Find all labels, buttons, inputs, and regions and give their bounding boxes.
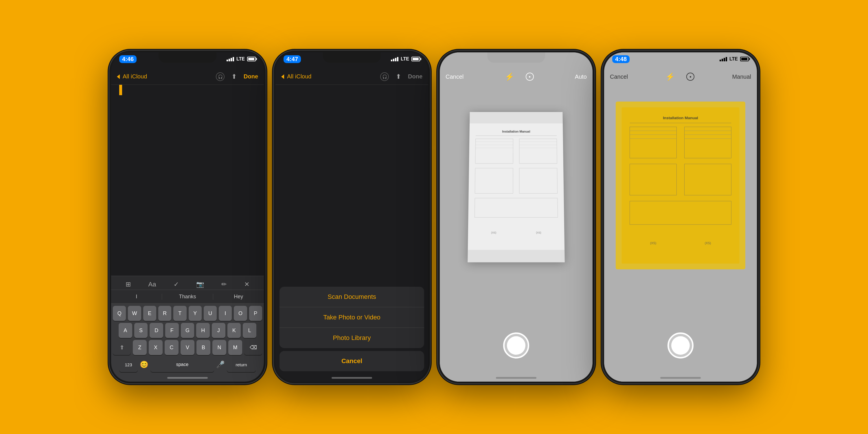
key-a[interactable]: A — [119, 323, 132, 338]
phone-1-inner: 4:46 LTE — [111, 52, 264, 382]
nav-icons-2: 🎧 ⬆ Done — [380, 72, 423, 81]
cancel-button-3[interactable]: Cancel — [445, 73, 464, 80]
home-indicator-4 — [660, 377, 701, 379]
network-type-2: LTE — [401, 56, 409, 62]
svg-text:(XS): (XS) — [705, 241, 711, 245]
phone-4-inner: 4:48 LTE — [604, 52, 757, 382]
key-k[interactable]: K — [227, 323, 241, 338]
key-j[interactable]: J — [212, 323, 225, 338]
signal-icon-4 — [720, 57, 727, 61]
phone-3: Installation Manual — [438, 51, 594, 383]
phone-3-screen: Installation Manual — [440, 52, 593, 382]
done-button-1[interactable]: Done — [244, 73, 258, 80]
space-key[interactable]: space — [151, 357, 214, 372]
battery-icon-2 — [411, 57, 420, 61]
phones-container: 4:46 LTE — [92, 33, 776, 401]
home-indicator-3 — [496, 377, 536, 379]
notch-2 — [323, 52, 381, 63]
flash-mode-icon[interactable]: ● — [526, 73, 534, 81]
cancel-action[interactable]: Cancel — [279, 351, 424, 371]
pred-item-2[interactable]: Thanks — [162, 294, 213, 300]
take-photo-action[interactable]: Take Photo or Video — [279, 307, 424, 328]
key-row-4: 123 😊 space 🎤 return — [113, 357, 262, 372]
checklist-icon[interactable]: ✓ — [174, 281, 179, 288]
photo-library-action[interactable]: Photo Library — [279, 328, 424, 348]
notes-nav-2: All iCloud 🎧 ⬆ Done — [275, 69, 428, 85]
cancel-button-4[interactable]: Cancel — [610, 73, 628, 80]
key-f[interactable]: F — [165, 323, 179, 338]
key-u[interactable]: U — [204, 306, 217, 321]
flash-icon-4[interactable]: ⚡ — [665, 72, 675, 81]
pred-item-1[interactable]: I — [111, 294, 162, 300]
key-h[interactable]: H — [196, 323, 210, 338]
key-r[interactable]: R — [158, 306, 171, 321]
camera-nav-4: Cancel ⚡ ● Manual — [604, 69, 757, 85]
key-v[interactable]: V — [181, 340, 194, 355]
key-g[interactable]: G — [181, 323, 194, 338]
shutter-button-4[interactable] — [668, 333, 693, 359]
share-icon-2[interactable]: ⬆ — [396, 73, 401, 81]
phone-3-inner: Installation Manual — [440, 52, 593, 382]
phone-2: 4:47 LTE — [274, 51, 430, 383]
back-button-1[interactable]: All iCloud — [117, 73, 147, 80]
key-d[interactable]: D — [150, 323, 163, 338]
camera-icon[interactable]: 📷 — [196, 281, 204, 288]
manual-mode-label[interactable]: Manual — [732, 73, 751, 80]
key-i[interactable]: I — [219, 306, 232, 321]
flash-icon-3[interactable]: ⚡ — [505, 72, 514, 81]
network-type-4: LTE — [730, 56, 738, 62]
key-n[interactable]: N — [212, 340, 226, 355]
key-row-3: ⇧ Z X C V B N M ⌫ — [113, 340, 262, 355]
camera-nav-3: Cancel ⚡ ● Auto — [440, 69, 593, 85]
table-icon[interactable]: ⊞ — [126, 281, 131, 288]
format-icon[interactable]: Aa — [148, 281, 156, 288]
key-z[interactable]: Z — [133, 340, 147, 355]
back-button-2[interactable]: All iCloud — [281, 73, 311, 80]
status-icons-4: LTE — [720, 55, 749, 62]
key-q[interactable]: Q — [113, 306, 126, 321]
delete-key[interactable]: ⌫ — [244, 340, 262, 355]
key-b[interactable]: B — [196, 340, 210, 355]
shift-key[interactable]: ⇧ — [113, 340, 131, 355]
key-l[interactable]: L — [243, 323, 256, 338]
phone-2-inner: 4:47 LTE — [275, 52, 428, 382]
key-c[interactable]: C — [165, 340, 179, 355]
key-m[interactable]: M — [228, 340, 242, 355]
done-button-2[interactable]: Done — [408, 73, 423, 80]
key-e[interactable]: E — [143, 306, 156, 321]
notch-4 — [652, 52, 709, 63]
action-sheet-group: Scan Documents Take Photo or Video Photo… — [279, 287, 424, 348]
mic-key[interactable]: 🎤 — [216, 357, 225, 372]
pen-icon[interactable]: ✏ — [221, 281, 226, 288]
phone-4: 4:48 LTE — [602, 51, 758, 383]
flash-mode-icon-4[interactable]: ● — [686, 73, 694, 81]
key-p[interactable]: P — [249, 306, 262, 321]
key-y[interactable]: Y — [189, 306, 202, 321]
network-type: LTE — [237, 56, 245, 62]
numbers-key[interactable]: 123 — [119, 357, 138, 372]
key-s[interactable]: S — [134, 323, 148, 338]
headphone-icon-2[interactable]: 🎧 — [380, 72, 389, 81]
home-indicator-1 — [167, 377, 208, 379]
scan-documents-action[interactable]: Scan Documents — [279, 287, 424, 307]
key-t[interactable]: T — [173, 306, 186, 321]
pred-item-3[interactable]: Hey — [213, 294, 264, 300]
emoji-key[interactable]: 😊 — [140, 357, 148, 372]
key-row-2: A S D F G H J K L — [113, 323, 262, 338]
key-o[interactable]: O — [234, 306, 247, 321]
phone-1: 4:46 LTE — [110, 51, 266, 383]
svg-text:Installation Manual: Installation Manual — [663, 116, 698, 120]
svg-text:(XS): (XS) — [536, 231, 541, 234]
headphone-icon[interactable]: 🎧 — [216, 72, 224, 81]
document-preview: Installation Manual — [468, 112, 565, 262]
return-key[interactable]: return — [227, 357, 256, 372]
close-icon[interactable]: ✕ — [244, 281, 249, 288]
share-icon[interactable]: ⬆ — [231, 73, 237, 81]
shutter-button-3[interactable] — [503, 333, 529, 359]
auto-mode-label[interactable]: Auto — [575, 73, 587, 80]
status-icons-1: LTE — [226, 55, 256, 62]
key-x[interactable]: X — [149, 340, 163, 355]
key-w[interactable]: W — [128, 306, 141, 321]
svg-text:Installation Manual: Installation Manual — [502, 130, 530, 133]
back-label-1: All iCloud — [123, 73, 147, 80]
